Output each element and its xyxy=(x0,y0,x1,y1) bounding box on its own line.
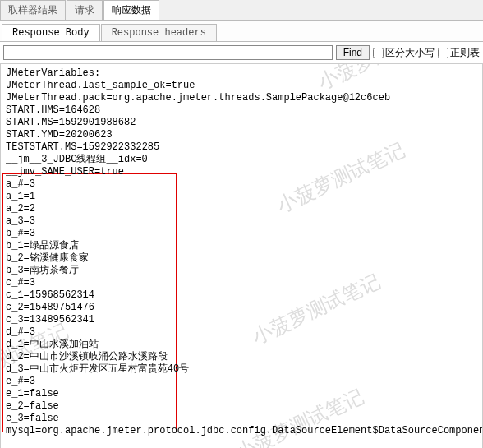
text-line: b_3=南坊茶餐厅 xyxy=(6,265,477,277)
text-line: b_2=铭溪健康食家 xyxy=(6,252,477,265)
tab-response-headers[interactable]: Response headers xyxy=(101,24,217,41)
text-line: JMeterThread.pack=org.apache.jmeter.thre… xyxy=(6,92,477,104)
text-line: a_3=3 xyxy=(6,215,477,228)
text-line: __jm__3_JDBC线程组__idx=0 xyxy=(6,154,477,166)
text-line: TESTSTART.MS=1592922332285 xyxy=(6,141,477,154)
regex-text: 正则表 xyxy=(450,46,480,60)
tab-response-data[interactable]: 响应数据 xyxy=(104,0,159,20)
search-input[interactable] xyxy=(3,45,333,60)
inner-tabs: Response Body Response headers xyxy=(0,21,483,42)
text-line: d_#=3 xyxy=(6,326,477,339)
text-line: c_2=15489751476 xyxy=(6,302,477,314)
text-line: c_#=3 xyxy=(6,277,477,289)
case-sensitive-checkbox[interactable] xyxy=(373,48,384,58)
text-line: e_2=false xyxy=(6,400,477,413)
text-line: START.YMD=20200623 xyxy=(6,129,477,141)
text-line: c_3=13489562341 xyxy=(6,314,477,326)
case-sensitive-text: 区分大小写 xyxy=(385,46,435,60)
tab-sampler-result[interactable]: 取样器结果 xyxy=(0,0,66,20)
response-body-area[interactable]: 小菠萝测试笔记 小菠萝测试笔记 小菠萝测试笔记 小菠萝测试笔记 小菠萝测试笔记 … xyxy=(0,64,483,448)
text-line: mysql=org.apache.jmeter.protocol.jdbc.co… xyxy=(6,425,477,437)
text-line: JMeterThread.last_sample_ok=true xyxy=(6,80,477,92)
text-line: c_1=15968562314 xyxy=(6,289,477,302)
text-line: d_2=中山市沙溪镇岐涌公路水溪路段 xyxy=(6,351,477,363)
text-line: START.HMS=164628 xyxy=(6,104,477,117)
text-line: b_1=绿品源食店 xyxy=(6,240,477,252)
text-line: b_#=3 xyxy=(6,228,477,240)
text-line: e_#=3 xyxy=(6,376,477,388)
regex-checkbox[interactable] xyxy=(438,48,448,58)
text-line: d_3=中山市火炬开发区五星村富贵苑40号 xyxy=(6,363,477,376)
text-line: a_2=2 xyxy=(6,203,477,215)
text-line: d_1=中山水溪加油站 xyxy=(6,339,477,351)
regex-label[interactable]: 正则表 xyxy=(438,46,480,60)
text-line: a_#=3 xyxy=(6,178,477,191)
text-line: e_3=false xyxy=(6,413,477,425)
tab-request[interactable]: 请求 xyxy=(67,0,103,20)
text-line: __jmv_SAME_USER=true xyxy=(6,166,477,178)
content-lines: JMeterVariables: JMeterThread.last_sampl… xyxy=(6,67,477,437)
text-line: JMeterVariables: xyxy=(6,67,477,80)
case-sensitive-label[interactable]: 区分大小写 xyxy=(373,46,435,60)
find-button[interactable]: Find xyxy=(336,45,370,60)
tab-response-body[interactable]: Response Body xyxy=(2,24,100,41)
text-line: a_1=1 xyxy=(6,191,477,203)
text-line: e_1=false xyxy=(6,388,477,400)
outer-tabs: 取样器结果 请求 响应数据 xyxy=(0,0,483,21)
text-line: START.MS=1592901988682 xyxy=(6,117,477,129)
search-toolbar: Find 区分大小写 正则表 xyxy=(0,42,483,64)
